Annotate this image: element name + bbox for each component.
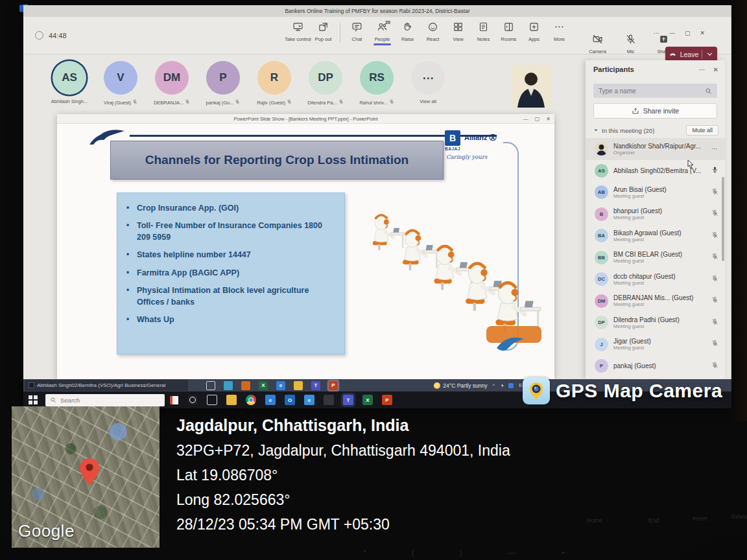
window-close-icon[interactable]: ✕ [700, 30, 706, 36]
toolbar-item-mic[interactable]: Mic [618, 34, 643, 54]
slide-title: Channels for Reporting Crop Loss Intimat… [145, 152, 409, 168]
ppt-minimize-icon[interactable]: — [523, 114, 528, 124]
search-icon [705, 88, 712, 95]
outlook-icon[interactable]: O [285, 395, 295, 405]
participant-row[interactable]: BA Bikash Agrawal (Guest) Meeting guest [586, 225, 725, 247]
participant-search-input[interactable]: Type a name [593, 84, 717, 98]
ppt-close-icon[interactable]: ✕ [546, 114, 551, 124]
dark-app-icon[interactable] [324, 395, 334, 405]
toolbar-item-chat[interactable]: Chat [344, 21, 370, 42]
window-thumb-icon [29, 382, 34, 388]
participant-row[interactable]: AS Abhilash Singh02/Bemitra (V... [586, 160, 725, 182]
taskbar-search-input[interactable]: Search [45, 394, 165, 406]
participant-row[interactable]: Nandkishor Shah/Raipur/Agr... Organizer … [586, 138, 725, 160]
tray-chevron-icon[interactable]: ^ [492, 382, 495, 388]
file-explorer-icon[interactable] [226, 395, 237, 405]
participant-row[interactable]: P pankaj (Guest) [586, 355, 725, 377]
participant-row[interactable]: DM DEBRANJAN Mis... (Guest) Meeting gues… [586, 290, 725, 312]
slide-bullet: Toll- Free Number of Insurance Companies… [124, 220, 335, 243]
media-app-icon[interactable] [224, 381, 233, 390]
internet-explorer-icon[interactable]: e [304, 395, 314, 405]
ppt-maximize-icon[interactable]: ▢ [535, 114, 540, 124]
mute-all-button[interactable]: Mute all [686, 125, 718, 135]
task-view-icon[interactable] [206, 381, 215, 390]
toolbar-item-notes[interactable]: Notes [471, 21, 496, 42]
toolbar-item-raise[interactable]: Raise [395, 21, 420, 42]
avatar-dp[interactable]: DP Dilendra Pa... [309, 61, 342, 106]
in-this-meeting-section[interactable]: In this meeting (20) [593, 127, 686, 134]
participant-row[interactable]: DC dccb chitapur (Guest) Meeting guest [586, 268, 725, 290]
participant-row[interactable]: J Jigar (Guest) Meeting guest [586, 334, 725, 356]
muted-mic-icon [338, 99, 344, 106]
teams-icon[interactable]: T [343, 395, 353, 405]
participant-name: Nandkishor Shah/Raipur/Agr... [613, 143, 709, 150]
window-maximize-icon[interactable]: ▢ [685, 30, 691, 36]
panel-more-icon[interactable]: ⋯ [699, 66, 706, 73]
toolbar-item-rooms[interactable]: Rooms [496, 21, 521, 42]
leave-button[interactable]: Leave [665, 47, 717, 62]
participant-more-icon[interactable]: ⋯ [711, 145, 718, 152]
avatar-p[interactable]: P pankaj (Gu... [206, 61, 240, 106]
toolbar-item-camera[interactable]: Camera [585, 34, 610, 54]
toolbar-item-view[interactable]: View [445, 21, 471, 42]
screen-bezel [730, 0, 747, 421]
view-all-button[interactable]: ⋯ View all [411, 61, 445, 106]
chevron-down-icon [706, 50, 714, 58]
avatar-circle: AS [53, 61, 86, 95]
panel-close-icon[interactable]: ✕ [713, 66, 718, 73]
powerpoint-icon[interactable]: P [382, 395, 392, 405]
toolbar-item-people[interactable]: People20 [370, 21, 395, 42]
participant-video-tile[interactable] [511, 65, 551, 108]
chat-icon [351, 21, 362, 35]
toolbar-item-pop-out[interactable]: Pop out [311, 21, 336, 42]
participant-row[interactable]: DP Dilendra Padhi (Guest) Meeting guest [586, 312, 725, 334]
pinned-app-icon[interactable] [170, 396, 178, 404]
toolbar-item-take-control[interactable]: Take control [285, 21, 311, 42]
powerpoint-icon[interactable]: P [329, 381, 338, 390]
avatar-circle: ⋯ [411, 61, 445, 95]
mic-on-icon[interactable] [711, 165, 718, 176]
avatar-v[interactable]: V Viraj (Guest) [104, 61, 137, 106]
muted-mic-icon[interactable] [711, 187, 718, 198]
cortana-icon[interactable] [187, 395, 198, 405]
avatar-dm[interactable]: DM DEBRANJA... [155, 61, 189, 106]
teams-icon[interactable]: T [311, 381, 320, 390]
muted-mic-icon[interactable] [711, 274, 718, 285]
weather-widget[interactable]: 24°C Partly sunny [434, 382, 487, 389]
panel-scrollbar[interactable] [722, 177, 724, 261]
share-invite-button[interactable]: Share invite [593, 103, 717, 119]
folder-icon[interactable] [294, 381, 303, 390]
pop-out-icon [318, 21, 329, 35]
excel-icon[interactable]: X [362, 395, 373, 405]
participant-row[interactable]: AB Arun Bisai (Guest) Meeting guest [586, 181, 725, 204]
internet-explorer-icon[interactable]: e [276, 381, 285, 390]
toolbar-item-apps[interactable]: Apps [521, 21, 547, 42]
toolbar-item-react[interactable]: React [420, 21, 445, 42]
start-button[interactable] [29, 395, 38, 404]
teams-channel-taskbar-item[interactable]: Abhilash Singh02/Bemitra (VSO)/Agri Busi… [25, 380, 188, 391]
toolbar-item-more[interactable]: More [547, 21, 572, 42]
task-view-icon[interactable] [207, 395, 217, 405]
participant-row[interactable]: BB BM CBI BELAR (Guest) Meeting guest [586, 247, 725, 269]
toolbar-items: Take controlPop outChatPeople20RaiseReac… [285, 21, 572, 42]
orange-app-icon[interactable] [241, 381, 250, 390]
avatar-rs[interactable]: RS Rahul shriv... [360, 61, 394, 106]
excel-icon[interactable]: X [259, 381, 268, 390]
powerpoint-titlebar: PowerPoint Slide Show - [Bankers Meeting… [57, 114, 554, 124]
edge-icon[interactable]: e [265, 395, 276, 405]
muted-mic-icon[interactable] [711, 295, 718, 307]
muted-mic-icon[interactable] [711, 251, 718, 263]
muted-mic-icon[interactable] [711, 360, 718, 372]
avatar-r[interactable]: R Rajiv (Guest) [257, 61, 291, 106]
muted-mic-icon[interactable] [711, 317, 718, 329]
tray-mic-icon[interactable]: 🕨 [500, 382, 503, 389]
muted-mic-icon[interactable] [711, 338, 718, 350]
muted-mic-icon[interactable] [711, 208, 718, 220]
muted-mic-icon [132, 99, 137, 106]
powerpoint-window-controls[interactable]: —▢✕ [523, 114, 551, 124]
avatar-as[interactable]: AS Abhilash Singh... [53, 61, 86, 106]
muted-mic-icon[interactable] [711, 230, 718, 242]
tray-app-icon[interactable] [508, 383, 514, 388]
participant-row[interactable]: B bhanpuri (Guest) Meeting guest [586, 204, 725, 226]
chrome-icon[interactable] [246, 395, 256, 405]
